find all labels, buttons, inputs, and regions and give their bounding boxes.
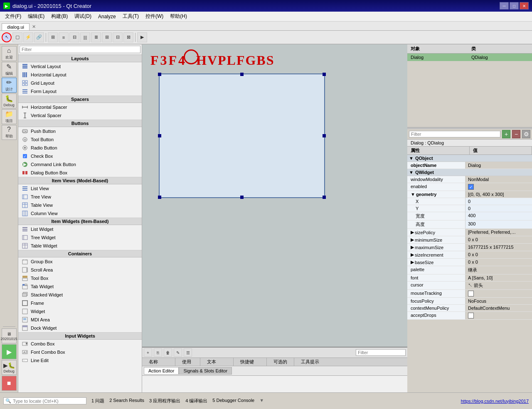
sidebar-item-line-edit[interactable]: Line Edit: [18, 356, 142, 365]
issues-tab-3[interactable]: 3 应用程序输出: [148, 397, 182, 405]
tab-close[interactable]: ✕: [30, 23, 37, 30]
layout-grid-button[interactable]: ⊞: [102, 32, 112, 42]
prop-group-qwidget[interactable]: ▼ QWidget: [407, 169, 532, 176]
sidebar-item-radio-button[interactable]: Radio Button: [18, 144, 142, 152]
sidebar-item-grid-layout[interactable]: Grid Layout: [18, 79, 142, 87]
sidebar-item-tree-widget[interactable]: Tree Widget: [18, 233, 142, 242]
locate-input[interactable]: [13, 399, 79, 404]
prop-row-acceptdrops[interactable]: acceptDrops: [407, 312, 532, 320]
basesize-expand-icon[interactable]: ▶: [411, 260, 414, 265]
action-copy-button[interactable]: ⎘: [154, 348, 162, 357]
debug-button[interactable]: 🐛 Debug: [2, 93, 17, 108]
sizeincrement-expand-icon[interactable]: ▶: [411, 252, 414, 257]
sidebar-item-tool-button[interactable]: ⚙ Tool Button: [18, 135, 142, 144]
design-button[interactable]: ✏ 设计: [2, 78, 17, 93]
status-link[interactable]: https://blog.csdn.net/luyibing2017: [458, 399, 532, 404]
filter-remove-button[interactable]: −: [512, 130, 520, 138]
menu-tools[interactable]: 工具(T): [119, 12, 142, 21]
acceptdrops-checkbox[interactable]: [468, 313, 474, 318]
prop-row-mousetracking[interactable]: mouseTracking: [407, 290, 532, 298]
design-canvas[interactable]: F3F4 HVPLFGBS: [142, 44, 407, 347]
prop-row-objectname[interactable]: objectName Dialog: [407, 162, 532, 169]
buddy-tool-button[interactable]: 🔗: [34, 32, 44, 42]
issues-tab-2[interactable]: 2 Search Results: [108, 397, 146, 405]
sidebar-item-vertical-layout[interactable]: Vertical Layout: [18, 62, 142, 71]
widget-tool-button[interactable]: ▢: [12, 32, 22, 42]
project-button[interactable]: 📁 项目: [2, 109, 17, 124]
align-left-button[interactable]: ⊞: [48, 32, 58, 42]
sidebar-item-font-combo-box[interactable]: A Font Combo Box: [18, 348, 142, 356]
handle-topcenter[interactable]: [240, 73, 244, 76]
prop-row-width[interactable]: 宽度 400: [407, 212, 532, 220]
help-button[interactable]: ? 帮助: [2, 125, 17, 140]
prop-row-cursor[interactable]: cursor ↖ 箭头: [407, 282, 532, 290]
sidebar-item-check-box[interactable]: ✓ Check Box: [18, 152, 142, 160]
prop-row-x[interactable]: X 0: [407, 198, 532, 205]
issues-tab-1[interactable]: 1 问题: [90, 397, 106, 405]
widget-filter-input[interactable]: [20, 46, 140, 53]
menu-debug[interactable]: 调试(D): [71, 12, 95, 21]
handle-midleft[interactable]: [158, 134, 161, 137]
kit-button[interactable]: 🖥 20201015: [2, 328, 17, 343]
prop-row-sizepolicy[interactable]: ▶ sizePolicy [Preferred, Preferred,…: [407, 229, 532, 236]
sidebar-item-dock-widget[interactable]: Dock Widget: [18, 324, 142, 332]
action-new-button[interactable]: +: [144, 348, 152, 357]
sidebar-item-form-layout[interactable]: Form Layout: [18, 87, 142, 96]
tab-dialog-ui[interactable]: dialog.ui: [2, 23, 30, 30]
sidebar-item-tree-view[interactable]: Tree View: [18, 193, 142, 201]
sidebar-item-scroll-area[interactable]: Scroll Area: [18, 266, 142, 274]
run-button[interactable]: ▶: [2, 344, 17, 359]
sidebar-item-horizontal-spacer[interactable]: Horizontal Spacer: [18, 103, 142, 111]
prop-row-basesize[interactable]: ▶ baseSize 0 x 0: [407, 259, 532, 266]
sidebar-item-tab-widget[interactable]: Tab Widget: [18, 282, 142, 291]
connect-tool-button[interactable]: ⚡: [23, 32, 33, 42]
sidebar-item-list-widget[interactable]: List Widget: [18, 225, 142, 233]
sidebar-item-table-widget[interactable]: Table Widget: [18, 242, 142, 250]
preview-button[interactable]: ▶: [137, 32, 147, 42]
align-top-button[interactable]: ⊟: [69, 32, 79, 42]
minimize-button[interactable]: ─: [500, 2, 509, 10]
sidebar-item-tool-box[interactable]: Tool Box: [18, 274, 142, 282]
prop-row-minimumsize[interactable]: ▶ minimumSize 0 x 0: [407, 236, 532, 244]
issues-tab-arrow[interactable]: ▼: [258, 397, 266, 405]
sidebar-item-list-view[interactable]: List View: [18, 184, 142, 193]
prop-row-geometry[interactable]: ▼ geometry [(0, 0), 400 x 300]: [407, 191, 532, 198]
break-layout-button[interactable]: ⊠: [123, 32, 133, 42]
edit-button[interactable]: ✎ 编辑: [2, 62, 17, 77]
signals-slots-tab[interactable]: Signals & Slots Editor: [179, 367, 232, 375]
layout-form-button[interactable]: ⊟: [113, 32, 123, 42]
prop-row-sizeincrement[interactable]: ▶ sizeIncrement 0 x 0: [407, 251, 532, 259]
properties-filter-input[interactable]: [409, 131, 500, 137]
menu-build[interactable]: 构建(B): [48, 12, 71, 21]
object-row-dialog[interactable]: Dialog QDialog: [407, 54, 532, 61]
sidebar-item-dialog-button-box[interactable]: Dialog Button Box: [18, 169, 142, 177]
prop-row-font[interactable]: font A [Sans, 10]: [407, 274, 532, 282]
sidebar-item-mdi-area[interactable]: MDI Area: [18, 316, 142, 324]
action-editor-tab[interactable]: Action Editor: [144, 367, 179, 375]
prop-group-qobject[interactable]: ▼ QObject: [407, 155, 532, 162]
action-delete-button[interactable]: 🗑: [164, 348, 172, 357]
sizepolicy-expand-icon[interactable]: ▶: [411, 230, 414, 235]
sidebar-item-column-view[interactable]: Column View: [18, 209, 142, 218]
filter-add-button[interactable]: +: [502, 130, 510, 138]
sidebar-item-frame[interactable]: Frame: [18, 299, 142, 307]
prop-row-enabled[interactable]: enabled ✓: [407, 183, 532, 191]
maximize-button[interactable]: □: [510, 2, 519, 10]
prop-row-focuspolicy[interactable]: focusPolicy NoFocus: [407, 298, 532, 305]
dialog-widget[interactable]: [159, 73, 325, 198]
menu-help[interactable]: 帮助(H): [167, 12, 190, 21]
handle-bottomright[interactable]: [323, 196, 326, 199]
sidebar-item-table-view[interactable]: Table View: [18, 201, 142, 209]
minimumsize-expand-icon[interactable]: ▶: [411, 237, 414, 242]
issues-tab-4[interactable]: 4 编译输出: [184, 397, 209, 405]
handle-topleft[interactable]: [158, 73, 161, 76]
menu-analyze[interactable]: Analyze: [95, 13, 119, 20]
prop-row-palette[interactable]: palette 继承: [407, 266, 532, 274]
action-menu-button[interactable]: ☰: [184, 348, 192, 357]
handle-bottomcenter[interactable]: [240, 196, 244, 199]
filter-settings-button[interactable]: ⚙: [522, 130, 530, 138]
menu-edit[interactable]: 编辑(E): [25, 12, 48, 21]
layout-v-button[interactable]: ≣: [91, 32, 101, 42]
menu-file[interactable]: 文件(F): [2, 12, 25, 21]
prop-row-maximumsize[interactable]: ▶ maximumSize 16777215 x 16777215: [407, 244, 532, 251]
